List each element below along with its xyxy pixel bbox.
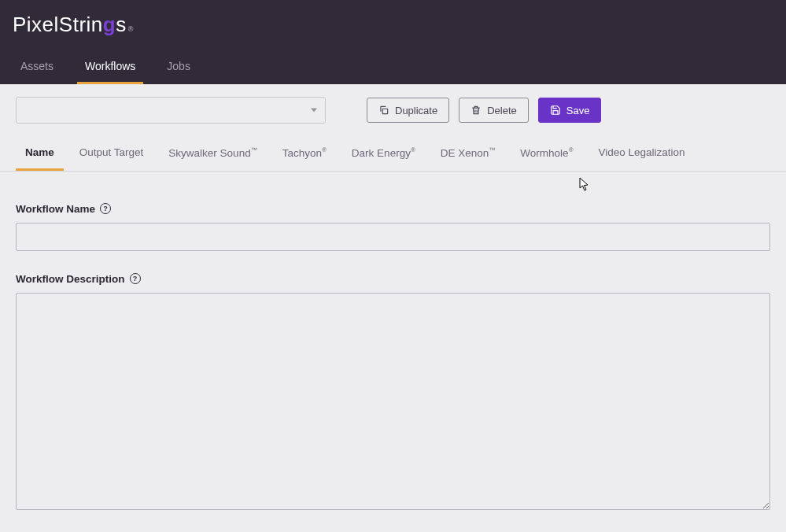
tab-output-target[interactable]: Output Target: [70, 136, 153, 171]
tab-skywalker-sound[interactable]: Skywalker Sound™: [159, 136, 266, 171]
tab-label: Tachyon: [282, 147, 322, 159]
save-icon: [550, 105, 561, 116]
trash-icon: [470, 105, 482, 116]
duplicate-button[interactable]: Duplicate: [367, 98, 449, 123]
tab-tachyon[interactable]: Tachyon®: [273, 136, 336, 171]
tab-sup: ®: [322, 146, 327, 153]
logo: PixelStrings®: [13, 13, 134, 37]
workflow-description-input[interactable]: [16, 293, 770, 510]
tab-sup: ™: [489, 146, 495, 153]
help-icon[interactable]: ?: [100, 203, 111, 214]
content: Workflow Name ? Workflow Description ?: [0, 172, 786, 533]
workflow-select[interactable]: [16, 97, 326, 124]
tab-sup: ™: [251, 146, 257, 153]
nav-jobs[interactable]: Jobs: [159, 50, 198, 84]
logo-text-a: PixelStrin: [13, 13, 103, 37]
tab-label: DE Xenon: [441, 147, 489, 159]
tab-label: Dark Energy: [352, 147, 411, 159]
tab-name[interactable]: Name: [16, 136, 64, 171]
nav-assets[interactable]: Assets: [13, 50, 61, 84]
tab-dark-energy[interactable]: Dark Energy®: [342, 136, 425, 171]
workflow-subtabs: Name Output Target Skywalker Sound™ Tach…: [0, 136, 786, 172]
tab-label: Output Target: [79, 146, 144, 158]
tab-label: Name: [25, 146, 54, 158]
save-button[interactable]: Save: [538, 98, 602, 123]
tab-label: Video Legalization: [599, 146, 685, 158]
app-header: PixelStrings®: [0, 0, 786, 50]
tab-wormhole[interactable]: Wormhole®: [511, 136, 582, 171]
workflow-name-label: Workflow Name: [16, 203, 95, 215]
help-icon[interactable]: ?: [130, 273, 141, 284]
logo-text-b: s: [116, 13, 127, 37]
toolbar: Duplicate Delete Save: [0, 84, 786, 127]
svg-rect-0: [382, 109, 387, 113]
tab-sup: ®: [569, 146, 574, 153]
logo-tm: ®: [128, 25, 134, 33]
field-workflow-description: Workflow Description ?: [16, 273, 770, 513]
delete-label: Delete: [487, 105, 517, 116]
workflow-desc-label: Workflow Description: [16, 273, 125, 285]
duplicate-icon: [378, 105, 389, 116]
logo-accent-g: g: [103, 13, 116, 37]
tab-de-xenon[interactable]: DE Xenon™: [431, 136, 505, 171]
tab-video-legalization[interactable]: Video Legalization: [589, 136, 695, 171]
tab-label: Wormhole: [520, 147, 568, 159]
workflow-name-input[interactable]: [16, 223, 770, 251]
primary-nav: Assets Workflows Jobs: [0, 50, 786, 84]
chevron-down-icon: [311, 109, 317, 113]
field-workflow-name: Workflow Name ?: [16, 203, 770, 251]
delete-button[interactable]: Delete: [459, 98, 529, 123]
tab-sup: ®: [411, 146, 415, 153]
workflow-desc-label-row: Workflow Description ?: [16, 273, 770, 285]
tab-label: Skywalker Sound: [168, 147, 250, 159]
duplicate-label: Duplicate: [395, 105, 437, 116]
save-label: Save: [566, 105, 590, 116]
workflow-name-label-row: Workflow Name ?: [16, 203, 770, 215]
nav-workflows[interactable]: Workflows: [77, 50, 143, 84]
